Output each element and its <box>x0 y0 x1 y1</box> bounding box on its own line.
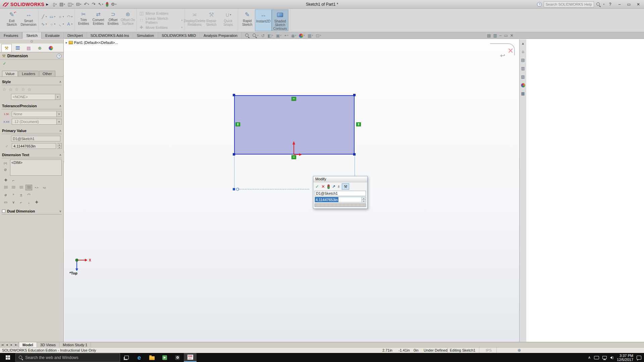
modify-ok-icon[interactable]: ✓ <box>315 184 319 189</box>
tab-3d-views[interactable]: 3D Views <box>37 342 59 347</box>
previous-view-icon[interactable]: ↺ <box>261 33 266 39</box>
section-view-icon[interactable]: ◧▾ <box>267 33 274 39</box>
tab-solidworks-add-ins[interactable]: SOLIDWORKS Add-Ins <box>87 32 133 39</box>
thumbwheel-slider[interactable] <box>315 203 366 207</box>
dimension-anchor-point[interactable] <box>233 188 235 190</box>
search-caret-icon[interactable]: ▾ <box>603 3 604 6</box>
view-orientation-icon[interactable]: ▣▾ <box>275 33 282 39</box>
tab-other[interactable]: Other <box>39 71 55 76</box>
tolerance-dropdown[interactable]: None ▾ <box>12 111 62 117</box>
centerline-symbol-icon[interactable]: ◠ <box>25 192 32 198</box>
search-icon[interactable] <box>596 2 601 7</box>
solidworks-logo[interactable]: SOLIDWORKS ▶ <box>2 2 48 7</box>
configuration-manager-tab[interactable]: ▤ <box>23 44 34 52</box>
horizontal-constraint-badge-top[interactable]: = <box>291 97 296 101</box>
quick-snaps-button[interactable]: ∪▾ Quick Snaps <box>220 9 236 31</box>
degree-symbol-icon[interactable]: ° <box>10 192 17 198</box>
window-close-button[interactable]: ✕ <box>635 1 642 8</box>
feature-manager-tab[interactable] <box>12 44 23 52</box>
tab-sketch[interactable]: Sketch <box>22 32 42 39</box>
style-section-header[interactable]: Style ∧ <box>2 79 62 85</box>
instant2d-button[interactable]: ↔ Instant2D <box>255 9 272 31</box>
justify-right-icon[interactable] <box>18 185 24 190</box>
text-position-icon[interactable] <box>25 185 32 190</box>
vertex-top-right[interactable] <box>353 94 356 96</box>
text-above-line-icon[interactable]: ×.× <box>33 185 40 190</box>
select-icon[interactable]: ↖▾ <box>97 1 104 8</box>
reverse-direction-icon[interactable]: ↗ <box>332 184 335 189</box>
display-delete-relations-button[interactable]: ≍ Display/Delete Relations <box>186 9 203 31</box>
tab-leaders[interactable]: Leaders <box>18 71 39 76</box>
unit-system[interactable]: IPS <box>486 348 492 352</box>
exit-sketch-button[interactable]: ✎↶ Exit Sketch <box>3 9 20 31</box>
modify-dimension-value-field[interactable]: 4.11447653in ▲ ▼ <box>315 197 366 202</box>
media-app-icon[interactable]: ▶ <box>158 353 171 362</box>
arc-tool-button[interactable]: ◠▾ <box>66 14 73 19</box>
confirm-exit-sketch-icon[interactable]: ↩ <box>500 52 505 59</box>
rectangle-tool-button[interactable]: ▭▾ <box>49 14 56 19</box>
offset-entities-button[interactable]: ⊃ Offset Entities <box>106 9 120 31</box>
counterbore-symbol-icon[interactable]: ⌐ <box>18 199 24 205</box>
start-button[interactable] <box>0 353 15 362</box>
options-gear-icon[interactable]: ⚙▾ <box>110 1 117 8</box>
help-badge-icon[interactable]: ? <box>537 2 542 7</box>
tab-analysis-preparation[interactable]: Analysis Preparation <box>200 32 241 39</box>
solidworks-resources-icon[interactable]: ⌂ <box>520 49 526 54</box>
custom-symbol-icon[interactable]: ⌐ <box>10 177 17 183</box>
apply-default-style-icon[interactable]: ☆ <box>2 87 6 92</box>
mark-for-drawing-icon[interactable]: ⚒ <box>342 183 349 190</box>
window-minimize-button[interactable]: – <box>616 1 623 8</box>
linear-sketch-pattern-button[interactable]: ∷ Linear Sketch Pattern ▾ <box>138 17 183 23</box>
open-document-icon[interactable]: ▤▾ <box>58 1 66 8</box>
tab-simulation[interactable]: Simulation <box>133 32 158 39</box>
vertex-bottom-left[interactable] <box>233 153 235 156</box>
vertex-bottom-right[interactable] <box>353 153 356 156</box>
view-palette-icon[interactable]: ▨ <box>520 74 526 79</box>
pane-split-icon[interactable]: ▤ <box>487 33 491 38</box>
text-tool-button[interactable]: A▾ <box>66 21 73 27</box>
modify-dimension-name[interactable]: D1@Sketch1 <box>315 191 366 196</box>
move-entities-button[interactable]: ✚ Move Entities ▾ <box>138 24 183 31</box>
new-document-icon[interactable]: ▯▾ <box>52 1 58 8</box>
file-explorer-pane-icon[interactable]: ▥ <box>520 66 526 71</box>
add-symbol-icon[interactable]: ✚ <box>2 177 9 183</box>
mirror-entities-button[interactable]: ◫ Mirror Entities <box>138 10 183 16</box>
modify-cancel-icon[interactable]: ✕ <box>321 184 325 189</box>
ellipse-tool-button[interactable]: ○▾ <box>49 21 56 27</box>
dimension-name-field[interactable]: D1@Sketch1 <box>11 136 60 141</box>
tab-value[interactable]: Value <box>2 71 18 76</box>
tolerance-section-header[interactable]: Tolerance/Precision ∧ <box>2 103 62 109</box>
edit-appearance-icon[interactable]: ▾ <box>298 33 306 39</box>
undo-icon[interactable]: ↶▾ <box>83 1 90 8</box>
diameter-symbol-icon[interactable]: ⌀ <box>2 192 9 198</box>
view-settings-icon[interactable]: ⊡▾ <box>315 33 322 39</box>
doc-restore-icon[interactable]: ▭ <box>504 33 507 38</box>
edge-browser-icon[interactable]: e <box>133 353 146 362</box>
volume-icon[interactable]: ) <box>610 356 613 359</box>
redo-icon[interactable]: ↷ <box>91 1 97 8</box>
dual-dimension-header[interactable]: Dual Dimension ∨ <box>2 208 62 215</box>
modify-dialog[interactable]: Modify ✓ ✕ ↗ ± ⚒ D1@Sketch1 4.11447653in… <box>313 176 368 209</box>
repair-sketch-button[interactable]: ⚒ Repair Sketch <box>203 9 220 31</box>
countersink-symbol-icon[interactable]: ∨ <box>10 199 17 205</box>
file-explorer-icon[interactable] <box>146 353 158 362</box>
hide-show-items-icon[interactable]: ◉▾ <box>290 33 297 39</box>
primary-value-section-header[interactable]: Primary Value ∧ <box>2 128 62 134</box>
task-pane-scroll-up-icon[interactable]: ▴ <box>520 41 526 46</box>
action-center-icon[interactable] <box>637 356 641 360</box>
window-maximize-button[interactable]: ▭ <box>625 1 633 8</box>
save-icon[interactable]: ◫▾ <box>67 1 74 8</box>
capture-app-icon[interactable] <box>171 353 184 362</box>
help-button[interactable]: ? <box>606 1 614 8</box>
pm-ok-button[interactable]: ✓ <box>0 60 63 67</box>
spline-tool-button[interactable]: ∿▾ <box>40 21 48 27</box>
load-style-icon[interactable]: ☆ <box>28 87 32 92</box>
display-manager-tab[interactable] <box>46 44 56 52</box>
tab-solidworks-mbd[interactable]: SOLIDWORKS MBD <box>158 32 200 39</box>
depth-symbol-icon[interactable]: ↓ <box>25 199 32 205</box>
doc-close-icon[interactable]: ✕ <box>510 33 514 38</box>
dual-dimension-checkbox[interactable] <box>2 209 5 213</box>
value-spinner[interactable]: ▲ ▼ <box>57 143 62 149</box>
taskbar-clock[interactable]: 3:37 PM 12/5/2017 <box>617 354 633 362</box>
more-symbols-icon[interactable]: ✚ <box>33 199 40 205</box>
